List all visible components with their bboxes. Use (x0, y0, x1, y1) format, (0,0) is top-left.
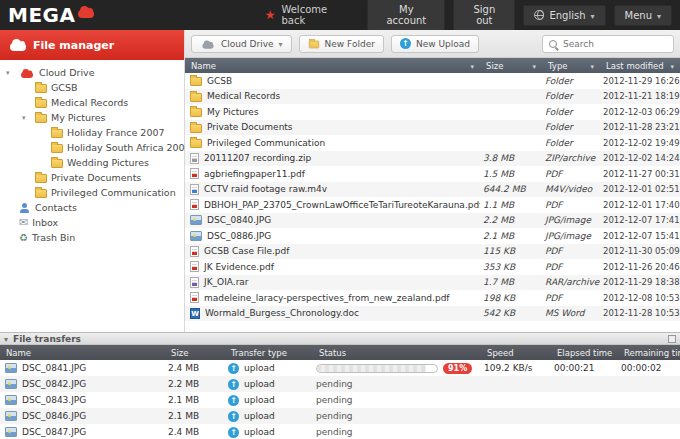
file-name-cell: JK_OIA.rar (185, 277, 480, 288)
collapse-icon[interactable] (6, 69, 15, 77)
tree-item-medical-records[interactable]: Medical Records (0, 95, 184, 110)
tree-item-label: Trash Bin (32, 232, 75, 243)
file-type: Folder (542, 107, 600, 117)
file-row[interactable]: Privileged CommunicationFolder2012-12-02… (185, 135, 680, 151)
file-type: PDF (542, 262, 600, 272)
column-header-speed[interactable]: Speed (481, 348, 551, 358)
pdf-icon (190, 168, 199, 179)
tree-item-holiday-south-africa-2006[interactable]: Holiday South Africa 2006 (0, 140, 184, 155)
top-bar: MEGA Welcome back My account Sign out En… (0, 0, 680, 30)
file-name: GCSB (207, 76, 232, 86)
column-header-size[interactable]: Size (480, 61, 542, 71)
transfer-row[interactable]: DSC_0846.JPG2.1 MBuploadpending (0, 408, 680, 424)
language-dropdown[interactable]: English (523, 5, 605, 26)
column-header-modified[interactable]: Last modified (600, 61, 680, 71)
sign-out-button[interactable]: Sign out (453, 0, 515, 31)
column-header-remaining[interactable]: Remaining time (618, 348, 680, 358)
file-size: 1.7 MB (480, 277, 542, 287)
file-manager-header: File manager (0, 30, 184, 60)
file-row[interactable]: GCSBFolder2012-11-29 16:26 (185, 73, 680, 89)
column-header-elapsed[interactable]: Elapsed time (551, 348, 618, 358)
file-row[interactable]: My PicturesFolder2012-12-03 06:29 (185, 104, 680, 120)
tree-item-cloud-drive[interactable]: Cloud Drive (0, 65, 184, 80)
column-header-status[interactable]: Status (313, 348, 481, 358)
transfer-type-cell: upload (225, 395, 313, 406)
tree-item-gcsb[interactable]: GCSB (0, 80, 184, 95)
globe-icon (534, 10, 544, 20)
file-modified: 2012-11-29 16:26 (600, 76, 680, 86)
video-icon (190, 184, 199, 195)
transfer-status-cell: pending (313, 411, 481, 421)
new-folder-icon (308, 41, 318, 49)
rar-icon (190, 277, 199, 288)
tree-item-wedding-pictures[interactable]: Wedding Pictures (0, 155, 184, 170)
file-name-cell: DSC_0840.JPG (185, 215, 480, 225)
file-row[interactable]: DSC_0886.JPG2.1 MBJPG/image2012-12-07 15… (185, 228, 680, 244)
transfer-row[interactable]: DSC_0843.JPG2.1 MBuploadpending (0, 392, 680, 408)
file-name-cell: My Pictures (185, 106, 480, 117)
sidebar-title: File manager (33, 39, 114, 52)
chevron-down-icon (279, 39, 283, 49)
transfer-status: pending (316, 379, 353, 389)
file-row[interactable]: Private DocumentsFolder2012-11-28 23:21 (185, 120, 680, 136)
column-header-name[interactable]: Name (0, 348, 165, 358)
collapse-icon[interactable] (4, 334, 8, 344)
transfer-type-label: upload (244, 411, 275, 421)
file-row[interactable]: CCTV raid footage raw.m4v644.2 MBM4V/vid… (185, 182, 680, 198)
tree-item-contacts[interactable]: Contacts (0, 200, 184, 215)
new-folder-button[interactable]: New Folder (299, 35, 384, 53)
file-name-cell: 20111207 recording.zip (185, 153, 480, 164)
image-icon (190, 231, 202, 241)
cloud-drive-dropdown[interactable]: Cloud Drive (191, 35, 292, 53)
file-size: 1.5 MB (480, 169, 542, 179)
file-row[interactable]: 20111207 recording.zip3.8 MBZIP/archive2… (185, 151, 680, 167)
column-header-transfer-type[interactable]: Transfer type (225, 348, 313, 358)
file-modified: 2012-11-29 18:38 (600, 277, 680, 287)
file-row[interactable]: DSC_0840.JPG2.2 MBJPG/image2012-12-07 17… (185, 213, 680, 229)
file-row[interactable]: DBHOH_PAP_23705_CrownLawOfficeTeTariTure… (185, 197, 680, 213)
transfer-row[interactable]: DSC_0847.JPG2.4 MBuploadpending (0, 424, 680, 439)
file-name: Private Documents (207, 122, 293, 132)
file-modified: 2012-12-07 17:41 (600, 215, 680, 225)
cloud-drive-label: Cloud Drive (221, 39, 274, 49)
file-row[interactable]: Medical RecordsFolder2012-11-21 18:19 (185, 89, 680, 105)
column-header-size[interactable]: Size (165, 348, 225, 358)
transfer-row[interactable]: DSC_0842.JPG2.2 MBuploadpending (0, 376, 680, 392)
transfer-type-cell: upload (225, 411, 313, 422)
tree-item-private-documents[interactable]: Private Documents (0, 170, 184, 185)
tree-item-my-pictures[interactable]: My Pictures (0, 110, 184, 125)
tree-item-label: Medical Records (51, 97, 128, 108)
transfer-type-label: upload (244, 363, 275, 373)
tree-item-trash-bin[interactable]: Trash Bin (0, 230, 184, 245)
new-upload-label: New Upload (416, 39, 470, 49)
file-row[interactable]: GCSB Case File.pdf115 KBPDF2012-11-30 05… (185, 244, 680, 260)
tree-item-privileged-communication[interactable]: Privileged Communication (0, 185, 184, 200)
transfer-row[interactable]: DSC_0841.JPG2.4 MBupload91%109.2 KB/s00:… (0, 360, 680, 376)
search-input[interactable] (563, 39, 668, 49)
collapse-icon[interactable] (22, 114, 31, 122)
column-header-name[interactable]: Name (185, 61, 480, 71)
minimize-icon[interactable] (668, 335, 676, 343)
transfers-header[interactable]: File transfers (0, 332, 680, 345)
transfer-remaining: 00:00:02 (618, 363, 680, 373)
image-icon (5, 363, 17, 373)
file-size: 644.2 MB (480, 184, 542, 194)
file-name-cell: agbriefingpaper11.pdf (185, 168, 480, 179)
new-upload-button[interactable]: New Upload (391, 35, 479, 53)
file-row[interactable]: Wormald_Burgess_Chronology.doc542 KBMS W… (185, 306, 680, 322)
upload-icon (228, 395, 239, 406)
mega-logo[interactable]: MEGA (8, 3, 117, 27)
file-row[interactable]: JK Evidence.pdf353 KBPDF2012-11-26 20:46 (185, 259, 680, 275)
my-account-button[interactable]: My account (367, 0, 445, 31)
file-size: 3.8 MB (480, 153, 542, 163)
chevron-down-icon (657, 10, 661, 21)
search-box[interactable] (542, 35, 674, 53)
tree-item-inbox[interactable]: Inbox (0, 215, 184, 230)
file-row[interactable]: madeleine_laracy-perspectives_from_new_z… (185, 290, 680, 306)
column-header-type[interactable]: Type (542, 61, 600, 71)
file-row[interactable]: agbriefingpaper11.pdf1.5 MBPDF2012-11-27… (185, 166, 680, 182)
pdf-icon (190, 261, 199, 272)
tree-item-holiday-france-2007[interactable]: Holiday France 2007 (0, 125, 184, 140)
menu-dropdown[interactable]: Menu (614, 5, 672, 26)
file-row[interactable]: JK_OIA.rar1.7 MBRAR/archive2012-11-29 18… (185, 275, 680, 291)
